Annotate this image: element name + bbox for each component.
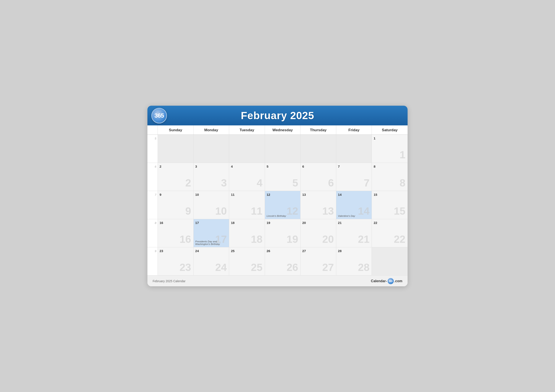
calendar-cell: 88 bbox=[372, 163, 408, 191]
cell-watermark: 23 bbox=[180, 262, 191, 273]
day-header-thursday: Thursday bbox=[300, 125, 336, 135]
calendar-cell: 1010 bbox=[194, 191, 229, 219]
cell-watermark: 5 bbox=[292, 178, 298, 188]
calendar-cell: 2121 bbox=[336, 219, 372, 247]
cell-watermark: 24 bbox=[215, 262, 227, 273]
cell-watermark: 22 bbox=[394, 234, 405, 244]
calendar-cell: 1212Lincoln's Birthday bbox=[265, 191, 301, 219]
cell-watermark: 27 bbox=[322, 262, 334, 273]
calendar-cell: 2323 bbox=[158, 247, 194, 276]
cell-watermark: 26 bbox=[287, 262, 298, 273]
cell-watermark: 25 bbox=[251, 262, 262, 273]
cell-watermark: 11 bbox=[251, 206, 262, 216]
cell-watermark: 7 bbox=[364, 178, 370, 188]
cell-watermark: 1 bbox=[400, 150, 405, 160]
cell-event: Valentine's Day bbox=[338, 215, 370, 217]
week-number: 9 bbox=[147, 247, 158, 276]
cell-event: Lincoln's Birthday bbox=[267, 215, 299, 217]
cell-date-number: 5 bbox=[267, 164, 299, 168]
calendar-grid: 511622334455667788799101011111212Lincoln… bbox=[147, 135, 408, 276]
cell-watermark: 6 bbox=[328, 178, 334, 188]
calendar-cell: 2727 bbox=[300, 247, 336, 276]
calendar-cell bbox=[372, 247, 408, 276]
cell-date-number: 21 bbox=[338, 221, 370, 225]
day-header-sunday: Sunday bbox=[158, 125, 194, 135]
calendar-cell: 1313 bbox=[300, 191, 336, 219]
cell-date-number: 26 bbox=[267, 249, 299, 253]
week-number: 7 bbox=[147, 191, 158, 219]
calendar-cell: 2828 bbox=[336, 247, 372, 276]
cell-date-number: 27 bbox=[302, 249, 334, 253]
cell-date-number: 16 bbox=[160, 221, 192, 225]
cell-watermark: 18 bbox=[251, 234, 262, 244]
cell-watermark: 9 bbox=[185, 206, 191, 216]
calendar-header: 365 February 2025 bbox=[147, 106, 408, 125]
cell-event: Presidents Day and Washington's Birthday bbox=[195, 240, 227, 245]
week-number: 5 bbox=[147, 135, 158, 163]
calendar-title: February 2025 bbox=[241, 110, 314, 121]
calendar-cell: 1515 bbox=[372, 191, 408, 219]
cell-date-number: 2 bbox=[160, 164, 192, 168]
cell-watermark: 2 bbox=[185, 178, 191, 188]
calendar-cell: 2020 bbox=[300, 219, 336, 247]
calendar-cell: 1717Presidents Day and Washington's Birt… bbox=[194, 219, 229, 247]
cell-date-number: 1 bbox=[373, 136, 406, 140]
cell-date-number: 23 bbox=[160, 249, 192, 253]
day-header-friday: Friday bbox=[336, 125, 372, 135]
cell-watermark: 16 bbox=[180, 234, 191, 244]
footer-label: February 2025 Calendar bbox=[153, 279, 186, 283]
calendar-cell bbox=[229, 135, 265, 163]
calendar-cell: 99 bbox=[158, 191, 194, 219]
cell-watermark: 28 bbox=[358, 262, 369, 273]
cell-date-number: 13 bbox=[302, 193, 334, 196]
day-header-monday: Monday bbox=[194, 125, 229, 135]
calendar-cell bbox=[265, 135, 301, 163]
day-header-wednesday: Wednesday bbox=[265, 125, 301, 135]
calendar-body: SundayMondayTuesdayWednesdayThursdayFrid… bbox=[147, 125, 408, 276]
day-headers-row: SundayMondayTuesdayWednesdayThursdayFrid… bbox=[147, 125, 408, 135]
cell-date-number: 8 bbox=[373, 164, 406, 168]
cell-watermark: 15 bbox=[394, 206, 405, 216]
calendar-cell: 55 bbox=[265, 163, 301, 191]
cell-watermark: 21 bbox=[358, 234, 369, 244]
calendar-cell: 1919 bbox=[265, 219, 301, 247]
cell-watermark: 3 bbox=[221, 178, 227, 188]
cell-date-number: 25 bbox=[231, 249, 263, 253]
footer-brand-suffix: .com bbox=[394, 279, 402, 283]
calendar-cell: 1111 bbox=[229, 191, 265, 219]
cell-watermark: 13 bbox=[322, 206, 334, 216]
cell-watermark: 10 bbox=[215, 206, 227, 216]
cell-date-number: 17 bbox=[195, 221, 227, 225]
week-number: 6 bbox=[147, 163, 158, 191]
cell-watermark: 19 bbox=[287, 234, 298, 244]
footer-brand-prefix: Calendar- bbox=[371, 279, 387, 283]
calendar-cell: 77 bbox=[336, 163, 372, 191]
logo-badge: 365 bbox=[151, 108, 167, 123]
day-header-tuesday: Tuesday bbox=[229, 125, 265, 135]
cell-date-number: 6 bbox=[302, 164, 334, 168]
footer-brand: Calendar- 365 .com bbox=[371, 278, 402, 284]
cell-date-number: 12 bbox=[267, 193, 299, 196]
calendar-cell: 1616 bbox=[158, 219, 194, 247]
calendar-cell: 44 bbox=[229, 163, 265, 191]
calendar-cell: 33 bbox=[194, 163, 229, 191]
cell-date-number: 10 bbox=[195, 193, 227, 196]
cell-date-number: 3 bbox=[195, 164, 227, 168]
cell-watermark: 20 bbox=[322, 234, 334, 244]
calendar-cell: 1414Valentine's Day bbox=[336, 191, 372, 219]
week-number: 8 bbox=[147, 219, 158, 247]
calendar-cell bbox=[194, 135, 229, 163]
cell-watermark: 4 bbox=[257, 178, 263, 188]
calendar-cell bbox=[300, 135, 336, 163]
cell-watermark: 8 bbox=[400, 178, 405, 188]
cell-date-number: 11 bbox=[231, 193, 263, 196]
calendar-cell: 2222 bbox=[372, 219, 408, 247]
calendar-cell: 2626 bbox=[265, 247, 301, 276]
cell-date-number: 24 bbox=[195, 249, 227, 253]
day-header-saturday: Saturday bbox=[372, 125, 408, 135]
cell-date-number: 20 bbox=[302, 221, 334, 225]
cell-date-number: 9 bbox=[160, 193, 192, 196]
cell-date-number: 28 bbox=[338, 249, 370, 253]
cell-date-number: 18 bbox=[231, 221, 263, 225]
calendar-cell: 11 bbox=[372, 135, 408, 163]
